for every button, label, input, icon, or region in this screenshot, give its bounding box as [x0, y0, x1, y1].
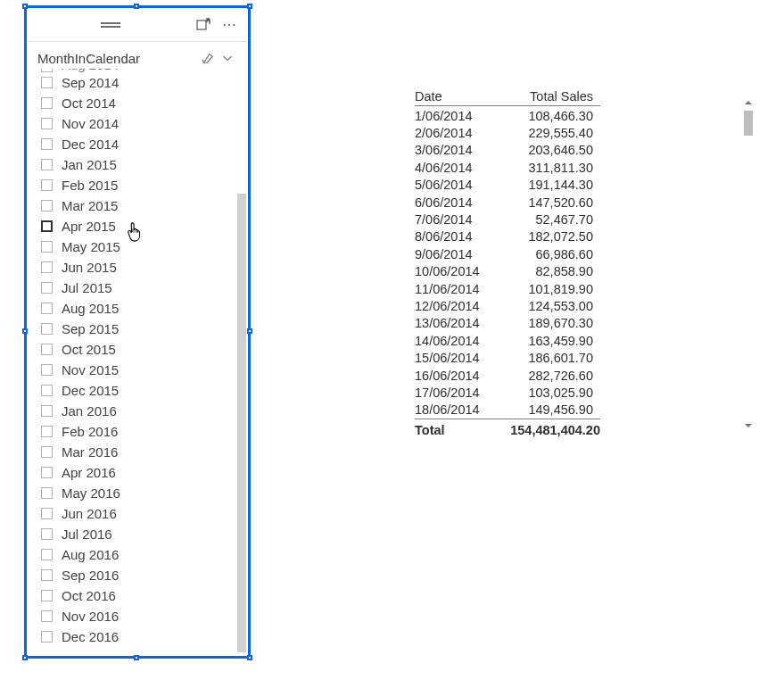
table-row[interactable]: 14/06/2014163,459.90: [415, 332, 600, 349]
slicer-title: MonthInCalendar: [37, 51, 198, 66]
scroll-down-icon[interactable]: [743, 420, 754, 431]
table-row[interactable]: 1/06/2014108,466.30: [415, 107, 600, 124]
checkbox-icon[interactable]: [41, 179, 53, 191]
slicer-item[interactable]: Feb 2015: [27, 175, 235, 195]
table-row[interactable]: 16/06/2014282,726.60: [415, 367, 600, 384]
table-row[interactable]: 2/06/2014229,555.40: [415, 124, 600, 141]
slicer-item[interactable]: Sep 2014: [27, 72, 235, 93]
checkbox-icon[interactable]: [41, 241, 53, 253]
checkbox-icon[interactable]: [41, 97, 53, 109]
cell-date: 1/06/2014: [415, 109, 499, 123]
slicer-item[interactable]: Oct 2015: [27, 339, 235, 360]
chevron-down-icon[interactable]: [218, 48, 237, 68]
cell-date: 5/06/2014: [415, 178, 499, 192]
slicer-item[interactable]: Nov 2016: [27, 606, 235, 626]
checkbox-icon[interactable]: [41, 364, 53, 376]
slicer-item[interactable]: Jan 2016: [27, 401, 235, 421]
checkbox-icon[interactable]: [41, 487, 53, 499]
checkbox-icon[interactable]: [41, 69, 53, 72]
checkbox-icon[interactable]: [41, 569, 53, 581]
table-row[interactable]: 7/06/201452,467.70: [415, 211, 600, 228]
checkbox-icon[interactable]: [41, 528, 53, 540]
table-row[interactable]: 18/06/2014149,456.90: [415, 402, 600, 419]
slicer-item[interactable]: Oct 2014: [27, 93, 235, 113]
slicer-item[interactable]: Mar 2016: [27, 442, 235, 462]
checkbox-icon[interactable]: [41, 200, 53, 211]
slicer-item[interactable]: Feb 2016: [27, 421, 235, 442]
checkbox-icon[interactable]: [41, 118, 53, 129]
table-row[interactable]: 4/06/2014311,811.30: [415, 159, 600, 176]
slicer-item[interactable]: Jul 2016: [27, 524, 235, 544]
checkbox-icon[interactable]: [41, 323, 53, 335]
slicer-item[interactable]: Jan 2015: [27, 154, 235, 175]
checkbox-icon[interactable]: [41, 508, 53, 519]
col-header-date[interactable]: Date: [415, 89, 499, 104]
resize-handle-tr[interactable]: [247, 4, 252, 9]
table-row[interactable]: 5/06/2014191,144.30: [415, 177, 600, 194]
table-row[interactable]: 3/06/2014203,646.50: [415, 142, 600, 159]
slicer-item[interactable]: Apr 2015: [27, 216, 235, 236]
resize-handle-tl[interactable]: [22, 4, 28, 9]
slicer-item[interactable]: Apr 2016: [27, 462, 235, 483]
checkbox-icon[interactable]: [41, 610, 53, 622]
table-row[interactable]: 15/06/2014186,601.70: [415, 349, 600, 366]
checkbox-icon[interactable]: [41, 426, 53, 437]
table-row[interactable]: 9/06/201466,986.60: [415, 245, 600, 262]
slicer-item[interactable]: May 2015: [27, 236, 235, 257]
slicer-item-label: Nov 2014: [62, 116, 119, 131]
slicer-item[interactable]: Jun 2016: [27, 503, 235, 524]
checkbox-icon[interactable]: [41, 77, 53, 88]
checkbox-icon[interactable]: [41, 261, 53, 273]
checkbox-icon[interactable]: [41, 138, 53, 150]
scrollbar-thumb[interactable]: [744, 111, 753, 136]
drag-handle-icon[interactable]: [101, 22, 120, 28]
checkbox-icon[interactable]: [41, 303, 53, 314]
checkbox-icon[interactable]: [41, 159, 53, 170]
checkbox-icon[interactable]: [41, 385, 53, 396]
slicer-item[interactable]: Sep 2015: [27, 319, 235, 339]
scroll-up-icon[interactable]: [743, 97, 754, 108]
checkbox-icon[interactable]: [41, 220, 53, 232]
checkbox-icon[interactable]: [41, 590, 53, 601]
table-row[interactable]: 10/06/201482,858.90: [415, 263, 600, 280]
cell-sales: 191,144.30: [499, 178, 593, 192]
slicer-item[interactable]: Aug 2016: [27, 544, 235, 565]
checkbox-icon[interactable]: [41, 344, 53, 355]
slicer-item[interactable]: Jun 2015: [27, 257, 235, 278]
slicer-visual[interactable]: ⋯ MonthInCalendar Aug 2014Sep 2014Oct 20…: [24, 5, 251, 659]
slicer-item[interactable]: Dec 2014: [27, 134, 235, 154]
checkbox-icon[interactable]: [41, 405, 53, 417]
checkbox-icon[interactable]: [41, 631, 53, 643]
slicer-item[interactable]: Dec 2016: [27, 626, 235, 647]
cell-sales: 103,025.90: [499, 386, 593, 400]
slicer-item[interactable]: Dec 2015: [27, 380, 235, 401]
more-options-icon[interactable]: ⋯: [219, 14, 241, 36]
slicer-item[interactable]: Sep 2016: [27, 565, 235, 585]
col-header-total-sales[interactable]: Total Sales: [499, 89, 593, 104]
table-row[interactable]: 17/06/2014103,025.90: [415, 384, 600, 401]
focus-mode-icon[interactable]: [193, 14, 214, 36]
table-row[interactable]: 8/06/2014182,072.50: [415, 228, 600, 245]
checkbox-icon[interactable]: [41, 549, 53, 560]
checkbox-icon[interactable]: [41, 467, 53, 478]
table-row[interactable]: 6/06/2014147,520.60: [415, 194, 600, 211]
checkbox-icon[interactable]: [41, 446, 53, 458]
table-row[interactable]: 12/06/2014124,553.00: [415, 297, 600, 314]
table-row[interactable]: 13/06/2014189,670.30: [415, 315, 600, 332]
slicer-item[interactable]: Nov 2015: [27, 360, 235, 380]
checkbox-icon[interactable]: [41, 282, 53, 294]
table-visual[interactable]: Date Total Sales 1/06/2014108,466.302/06…: [415, 89, 754, 439]
table-scrollbar[interactable]: [743, 97, 754, 431]
slicer-item[interactable]: Mar 2015: [27, 195, 235, 216]
slicer-item-label: Oct 2016: [62, 588, 116, 603]
slicer-item[interactable]: Nov 2014: [27, 113, 235, 134]
slicer-item[interactable]: Jul 2015: [27, 278, 235, 298]
resize-handle-mt[interactable]: [134, 4, 139, 9]
slicer-item[interactable]: Oct 2016: [27, 585, 235, 606]
slicer-scrollbar[interactable]: [237, 194, 246, 652]
cell-date: 2/06/2014: [415, 126, 499, 140]
slicer-item[interactable]: Aug 2015: [27, 298, 235, 319]
clear-selections-icon[interactable]: [198, 48, 218, 68]
table-row[interactable]: 11/06/2014101,819.90: [415, 280, 600, 297]
slicer-item[interactable]: May 2016: [27, 483, 235, 503]
